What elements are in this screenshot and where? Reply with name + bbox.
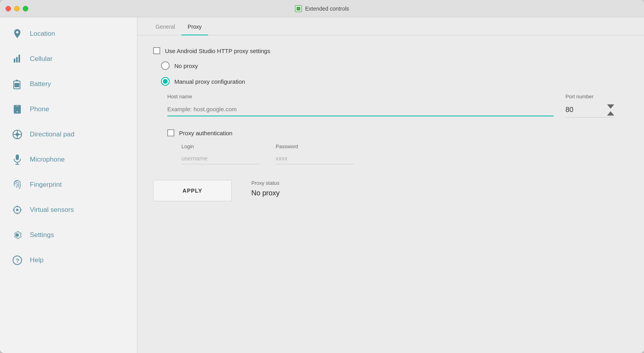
use-android-studio-label: Use Android Studio HTTP proxy settings [165, 48, 270, 54]
radio-inner [163, 79, 168, 84]
proxy-panel: Use Android Studio HTTP proxy settings N… [137, 35, 644, 213]
password-field: Password xxxx [276, 143, 354, 164]
port-decrement-button[interactable] [607, 111, 614, 116]
proxy-auth-label: Proxy authentication [179, 130, 232, 136]
auth-fields: Login username Password xxxx [181, 143, 628, 164]
virtual-sensors-icon [12, 204, 23, 215]
sidebar-item-location[interactable]: Location [0, 21, 137, 46]
sidebar-label-cellular: Cellular [30, 55, 53, 63]
cellular-icon [12, 53, 23, 64]
svg-rect-3 [16, 80, 18, 81]
login-label: Login [181, 143, 260, 149]
manual-proxy-label: Manual proxy configuration [174, 78, 245, 85]
sidebar-label-battery: Battery [30, 80, 51, 88]
traffic-lights [5, 6, 28, 11]
settings-icon [12, 230, 23, 241]
svg-rect-1 [296, 7, 300, 11]
minimize-button[interactable] [14, 6, 20, 11]
location-icon [12, 28, 23, 39]
close-button[interactable] [5, 6, 11, 11]
window-title: Extended controls [295, 5, 349, 12]
tab-proxy[interactable]: Proxy [181, 17, 208, 35]
sidebar-label-settings: Settings [30, 231, 54, 239]
dpad-icon [12, 129, 23, 140]
manual-proxy-radio[interactable] [161, 77, 170, 86]
sidebar-item-settings[interactable]: Settings [0, 222, 137, 248]
port-number-input[interactable] [565, 103, 605, 117]
svg-point-11 [16, 209, 18, 211]
host-port-row: Host name Port number [167, 94, 628, 118]
use-android-studio-checkbox[interactable] [153, 47, 160, 54]
manual-proxy-row: Manual proxy configuration [161, 77, 628, 86]
login-field: Login username [181, 143, 260, 164]
apply-button[interactable]: APPLY [153, 180, 232, 201]
bottom-section: APPLY Proxy status No proxy [153, 180, 628, 201]
app-icon [295, 5, 302, 12]
sidebar-item-microphone[interactable]: Microphone [0, 147, 137, 172]
proxy-status: Proxy status No proxy [251, 180, 280, 197]
title-bar: Extended controls [0, 0, 644, 17]
host-name-group: Host name [167, 94, 554, 116]
sidebar-item-battery[interactable]: Battery [0, 72, 137, 97]
sidebar-item-fingerprint[interactable]: Fingerprint [0, 172, 137, 197]
sidebar-item-cellular[interactable]: Cellular [0, 46, 137, 72]
sidebar-label-microphone: Microphone [30, 156, 65, 164]
help-icon: ? [12, 255, 23, 266]
no-proxy-row: No proxy [161, 61, 628, 70]
manual-proxy-fields: Host name Port number [167, 94, 628, 164]
tab-general[interactable]: General [149, 17, 181, 35]
proxy-auth-checkbox[interactable] [167, 129, 174, 136]
sidebar-item-virtual-sensors[interactable]: Virtual sensors [0, 197, 137, 222]
sidebar: Location Cellular [0, 17, 137, 353]
sidebar-label-virtual-sensors: Virtual sensors [30, 206, 74, 214]
port-increment-button[interactable] [607, 104, 614, 109]
host-name-label: Host name [167, 94, 554, 99]
maximize-button[interactable] [23, 6, 28, 11]
tabs: General Proxy [137, 17, 644, 35]
sidebar-item-phone[interactable]: Phone [0, 97, 137, 122]
microphone-icon [12, 154, 23, 165]
main-panel: General Proxy Use Android Studio HTTP pr… [137, 17, 644, 353]
fingerprint-icon [12, 179, 23, 190]
proxy-status-label: Proxy status [251, 180, 280, 186]
svg-point-6 [16, 133, 19, 136]
no-proxy-radio[interactable] [161, 61, 170, 70]
no-proxy-label: No proxy [174, 63, 198, 69]
sidebar-label-location: Location [30, 30, 55, 38]
sidebar-item-help[interactable]: ? Help [0, 248, 137, 273]
sidebar-label-fingerprint: Fingerprint [30, 181, 62, 189]
host-name-input[interactable] [167, 103, 554, 116]
svg-text:?: ? [16, 257, 19, 264]
password-label: Password [276, 143, 354, 149]
phone-icon [12, 104, 23, 115]
password-input: xxxx [276, 153, 354, 164]
battery-icon [12, 79, 23, 90]
sidebar-item-directional-pad[interactable]: Directional pad [0, 122, 137, 147]
port-input-wrap [565, 103, 614, 118]
port-number-group: Port number [565, 94, 628, 118]
proxy-status-value: No proxy [251, 189, 280, 197]
sidebar-label-phone: Phone [30, 105, 49, 113]
svg-rect-7 [16, 154, 19, 160]
login-input: username [181, 153, 260, 164]
port-number-label: Port number [565, 94, 594, 99]
proxy-auth-section: Proxy authentication Login username Pass… [167, 129, 628, 164]
proxy-auth-row: Proxy authentication [167, 129, 628, 136]
svg-rect-4 [15, 83, 19, 87]
port-spinner [607, 104, 614, 116]
sidebar-label-help: Help [30, 256, 44, 264]
sidebar-label-directional-pad: Directional pad [30, 131, 74, 138]
use-android-studio-row: Use Android Studio HTTP proxy settings [153, 47, 628, 54]
